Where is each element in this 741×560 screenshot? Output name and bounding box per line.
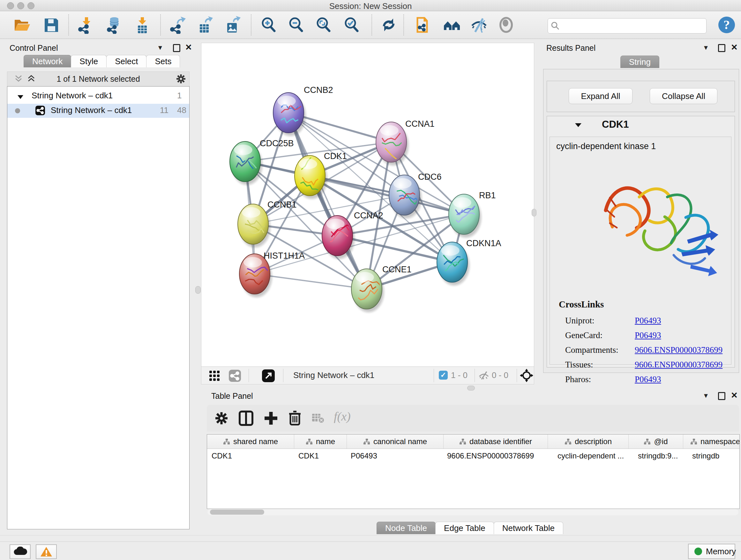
tab-select[interactable]: Select: [106, 55, 146, 67]
scrollbar-thumb[interactable]: [210, 509, 264, 515]
tab-node-table[interactable]: Node Table: [377, 522, 435, 534]
export-table-to-file-icon[interactable]: [196, 16, 214, 34]
zoom-out-icon[interactable]: [287, 16, 305, 34]
save-session-icon[interactable]: [42, 16, 60, 34]
zoom-fit-icon[interactable]: [315, 16, 333, 34]
delete-column-trash-icon[interactable]: [288, 410, 302, 427]
share-file-icon[interactable]: [414, 16, 432, 34]
tree-expand-icon[interactable]: [17, 92, 24, 102]
node-CDK1[interactable]: CDK1: [294, 151, 347, 199]
node-CCNA2[interactable]: CCNA2: [322, 211, 383, 259]
delete-table-icon[interactable]: [312, 413, 324, 425]
column-header-database-identifier[interactable]: database identifier: [444, 435, 548, 449]
entry-collapse-icon[interactable]: [575, 122, 582, 130]
show-all-eye-icon[interactable]: [497, 16, 515, 34]
column-header-name[interactable]: name: [294, 435, 347, 449]
search-field[interactable]: [548, 18, 706, 34]
crosslink-link[interactable]: P06493: [635, 374, 661, 384]
node-CCNA1[interactable]: CCNA1: [376, 119, 434, 165]
zoom-selected-icon[interactable]: [343, 16, 360, 34]
node-label-CCNE1: CCNE1: [382, 265, 412, 274]
node-CCNB1[interactable]: CCNB1: [238, 200, 297, 247]
crosslink-link[interactable]: 9606.ENSP00000378699: [635, 360, 723, 370]
selected-checkbox-icon[interactable]: ✓: [439, 371, 448, 380]
table-panel-float-icon[interactable]: [718, 392, 725, 400]
node-CCNB2[interactable]: CCNB2: [273, 85, 333, 136]
node-CDC6[interactable]: CDC6: [389, 172, 442, 219]
edge-CCNB2-CCNE1[interactable]: [288, 113, 367, 289]
tab-network-table[interactable]: Network Table: [494, 522, 563, 534]
warning-status-button[interactable]: [36, 544, 57, 559]
results-panel-close-icon[interactable]: ✕: [731, 44, 738, 51]
network-selector-header: 1 of 1 Network selected: [7, 71, 190, 86]
sitemap-icon: [690, 438, 697, 445]
zoom-in-icon[interactable]: [260, 16, 278, 34]
right-splitter-handle[interactable]: [532, 209, 536, 216]
tab-style[interactable]: Style: [71, 55, 107, 67]
first-neighbors-icon[interactable]: [443, 16, 461, 34]
open-in-window-icon[interactable]: [262, 369, 275, 382]
export-image-icon[interactable]: [223, 16, 241, 34]
network-share-icon[interactable]: [229, 370, 241, 382]
network-canvas[interactable]: CCNB2CCNA1CDC25BCDK1CDC6RB1CCNB1CCNA2CDK…: [201, 43, 534, 367]
column-header-shared-name[interactable]: shared name: [207, 435, 294, 449]
tab-edge-table[interactable]: Edge Table: [435, 522, 494, 534]
import-network-from-file-icon[interactable]: [77, 16, 94, 34]
column-header-namespace[interactable]: namespace: [683, 435, 740, 449]
refresh-icon[interactable]: [380, 16, 398, 34]
results-panel-menu-icon[interactable]: ▼: [703, 44, 709, 51]
table-panel-close-icon[interactable]: ✕: [731, 392, 738, 398]
warning-icon: [40, 546, 52, 557]
left-splitter-handle[interactable]: [195, 286, 201, 294]
control-panel-menu-icon[interactable]: ▼: [157, 44, 163, 51]
birds-eye-crosshair-icon[interactable]: [520, 369, 533, 383]
horizontal-splitter-handle[interactable]: [467, 386, 475, 390]
node-label-CDC6: CDC6: [418, 172, 442, 182]
results-panel-float-icon[interactable]: [718, 44, 725, 52]
gear-icon[interactable]: [176, 74, 186, 86]
select-columns-icon[interactable]: [239, 411, 253, 427]
table-settings-gear-icon[interactable]: [214, 411, 228, 427]
table-panel-menu-icon[interactable]: ▼: [703, 392, 709, 399]
memory-button[interactable]: Memory: [688, 544, 735, 559]
cloud-status-button[interactable]: [10, 544, 30, 559]
control-panel-float-icon[interactable]: [173, 44, 180, 52]
crosslink-link[interactable]: P06493: [635, 316, 661, 326]
export-network-to-file-icon[interactable]: [169, 16, 186, 34]
main-toolbar: ?: [0, 11, 741, 39]
node-RB1[interactable]: RB1: [449, 191, 496, 238]
sitemap-icon: [363, 438, 370, 445]
node-table[interactable]: shared namenamecanonical namedatabase id…: [207, 434, 740, 509]
function-builder-icon[interactable]: f(x): [334, 409, 351, 423]
hidden-eye-icon[interactable]: [478, 371, 489, 381]
table-horizontal-scrollbar[interactable]: [207, 509, 738, 515]
add-column-plus-icon[interactable]: [264, 411, 278, 427]
grid-view-icon[interactable]: [209, 370, 220, 382]
edge-CCNA2-CDKN1A[interactable]: [337, 236, 452, 262]
help-icon[interactable]: ?: [718, 16, 735, 34]
control-panel-close-icon[interactable]: ✕: [185, 44, 192, 51]
crosslink-link[interactable]: P06493: [635, 330, 661, 340]
open-session-icon[interactable]: [13, 16, 30, 34]
node-CCNE1[interactable]: CCNE1: [351, 265, 412, 312]
node-CDC25B[interactable]: CDC25B: [230, 138, 294, 185]
tab-network[interactable]: Network: [23, 55, 71, 67]
tab-sets[interactable]: Sets: [146, 55, 180, 67]
hide-selected-eye-icon[interactable]: [470, 16, 488, 34]
network-row-selected[interactable]: String Network – cdk1 11 48: [7, 104, 189, 118]
network-graph[interactable]: CCNB2CCNA1CDC25BCDK1CDC6RB1CCNB1CCNA2CDK…: [201, 43, 534, 367]
network-collection-row[interactable]: String Network – cdk1 1: [7, 89, 189, 103]
expand-all-button[interactable]: Expand All: [569, 88, 632, 104]
crosslink-link[interactable]: 9606.ENSP00000378699: [635, 345, 723, 355]
import-table-from-file-icon[interactable]: [133, 16, 151, 34]
tab-string[interactable]: String: [620, 56, 659, 68]
table-row[interactable]: CDK1CDK1P064939606.ENSP00000378699cyclin…: [207, 449, 739, 463]
column-header-canonical-name[interactable]: canonical name: [347, 435, 444, 449]
node-CDKN1A[interactable]: CDKN1A: [437, 239, 501, 286]
collapse-all-button[interactable]: Collapse All: [650, 88, 718, 104]
search-input[interactable]: [562, 20, 704, 32]
column-header--id[interactable]: @id: [629, 435, 683, 449]
import-network-from-database-icon[interactable]: [105, 16, 123, 34]
node-HIST1H1A[interactable]: HIST1H1A: [239, 251, 305, 297]
column-header-description[interactable]: description: [548, 435, 629, 449]
